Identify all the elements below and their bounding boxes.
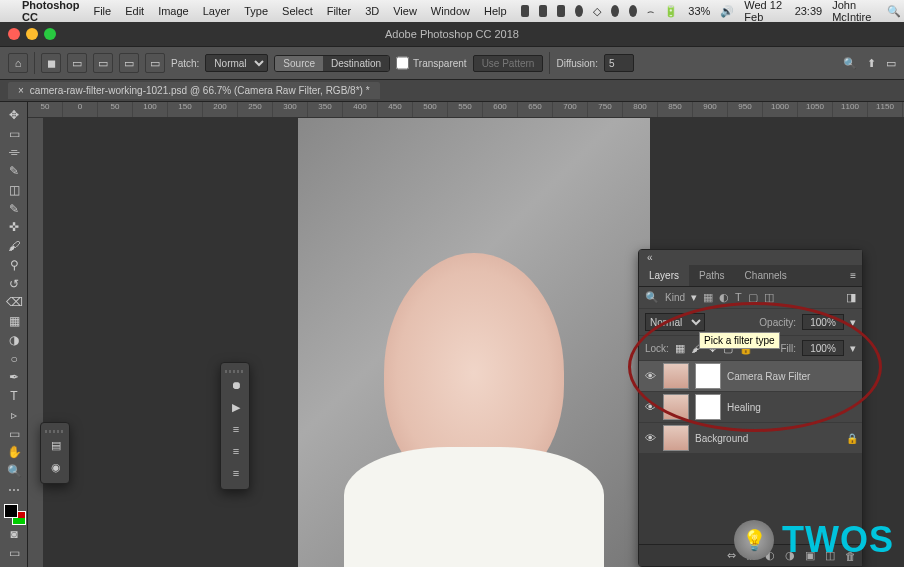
menu-layer[interactable]: Layer [203,5,231,17]
foreground-color-swatch[interactable] [4,504,18,518]
share-icon[interactable]: ⬆ [867,57,876,70]
visibility-icon[interactable]: 👁 [643,432,657,444]
path-select-tool[interactable]: ▹ [2,406,26,424]
selection-add-icon[interactable]: ▭ [93,53,113,73]
layer-name[interactable]: Background [695,433,840,444]
pen-tool[interactable]: ✒ [2,369,26,387]
fill-input[interactable] [802,340,844,356]
use-pattern-button[interactable]: Use Pattern [473,55,544,72]
type-tool[interactable]: T [2,387,26,405]
menubar-icon[interactable] [539,5,547,17]
dodge-tool[interactable]: ○ [2,350,26,368]
marquee-tool[interactable]: ▭ [2,125,26,143]
cc-icon[interactable] [611,5,619,17]
panel-menu-icon[interactable]: ≡ [844,265,862,286]
record-icon[interactable]: ⏺ [225,375,247,395]
wifi-icon[interactable]: ⌢ [647,5,654,18]
menu-file[interactable]: File [93,5,111,17]
collapsed-panel-group[interactable]: ▤ ◉ [40,422,70,484]
menu-type[interactable]: Type [244,5,268,17]
menubar-user[interactable]: John McIntire [832,0,877,23]
blend-mode-select[interactable]: Normal [645,313,705,331]
paths-tab[interactable]: Paths [689,265,735,286]
maximize-window-button[interactable] [44,28,56,40]
layer-thumbnail[interactable] [663,394,689,420]
filter-adjustment-icon[interactable]: ◐ [719,291,729,304]
stamp-tool[interactable]: ⚲ [2,256,26,274]
gradient-tool[interactable]: ▦ [2,312,26,330]
panel-icon[interactable]: ≡ [225,419,247,439]
filter-kind-icon[interactable]: 🔍 [645,291,659,304]
tool-preset-icon[interactable]: ◼ [41,53,61,73]
menubar-date[interactable]: Wed 12 Feb [744,0,784,23]
filter-pixel-icon[interactable]: ▦ [703,291,713,304]
crop-tool[interactable]: ◫ [2,181,26,199]
search-icon[interactable]: 🔍 [887,5,901,18]
menu-window[interactable]: Window [431,5,470,17]
menu-select[interactable]: Select [282,5,313,17]
eraser-tool[interactable]: ⌫ [2,294,26,312]
menu-filter[interactable]: Filter [327,5,351,17]
opacity-input[interactable] [802,314,844,330]
layers-tab[interactable]: Layers [639,265,689,286]
close-tab-icon[interactable]: × [18,85,24,96]
dropdown-icon[interactable]: ▾ [850,316,856,329]
battery-icon[interactable]: 🔋 [664,5,678,18]
menu-view[interactable]: View [393,5,417,17]
cc-icon[interactable] [629,5,637,17]
menubar-icon[interactable] [557,5,565,17]
layer-thumbnail[interactable] [663,363,689,389]
panel-icon[interactable]: ▤ [45,435,67,455]
search-icon[interactable]: 🔍 [843,57,857,70]
layer-name[interactable]: Camera Raw Filter [727,371,858,382]
dropbox-icon[interactable]: ◇ [593,5,601,18]
ruler-vertical[interactable] [28,118,44,567]
visibility-icon[interactable]: 👁 [643,370,657,382]
selection-subtract-icon[interactable]: ▭ [119,53,139,73]
brush-tool[interactable]: 🖌 [2,237,26,255]
speaker-icon[interactable]: 🔊 [720,5,734,18]
layer-thumbnail[interactable] [663,425,689,451]
shape-tool[interactable]: ▭ [2,425,26,443]
filter-smart-icon[interactable]: ◫ [764,291,774,304]
close-panel-icon[interactable]: « [643,252,657,263]
diffusion-input[interactable] [604,54,634,72]
layer-name[interactable]: Healing [727,402,858,413]
close-window-button[interactable] [8,28,20,40]
patch-source-button[interactable]: Source [275,56,323,71]
eyedropper-tool[interactable]: ✎ [2,200,26,218]
move-tool[interactable]: ✥ [2,106,26,124]
ruler-horizontal[interactable]: 5005010015020025030035040045050055060065… [28,102,904,118]
screen-mode-tool[interactable]: ▭ [2,544,26,562]
edit-toolbar[interactable]: ⋯ [2,481,26,499]
transparent-checkbox[interactable] [396,54,409,72]
menubar-icon[interactable] [575,5,583,17]
panel-drag-handle[interactable] [225,367,245,375]
blur-tool[interactable]: ◑ [2,331,26,349]
layer-row[interactable]: 👁 Healing [639,392,862,423]
patch-destination-button[interactable]: Destination [323,56,389,71]
quick-mask-tool[interactable]: ◙ [2,525,26,543]
zoom-tool[interactable]: 🔍 [2,462,26,480]
quick-select-tool[interactable]: ✎ [2,162,26,180]
menu-image[interactable]: Image [158,5,189,17]
color-swatches[interactable] [4,504,26,526]
menu-edit[interactable]: Edit [125,5,144,17]
selection-new-icon[interactable]: ▭ [67,53,87,73]
lock-transparent-icon[interactable]: ▦ [675,342,685,355]
layer-row[interactable]: 👁 Camera Raw Filter [639,361,862,392]
dropdown-icon[interactable]: ▾ [850,342,856,355]
panel-drag-handle[interactable] [45,427,65,435]
menubar-icon[interactable] [521,5,529,17]
dropdown-icon[interactable]: ▾ [691,291,697,304]
menu-3d[interactable]: 3D [365,5,379,17]
menu-help[interactable]: Help [484,5,507,17]
document-tab[interactable]: × camera-raw-filter-working-1021.psd @ 6… [8,82,380,99]
menubar-time[interactable]: 23:39 [795,5,823,17]
channels-tab[interactable]: Channels [735,265,797,286]
filter-shape-icon[interactable]: ▢ [748,291,758,304]
visibility-icon[interactable]: 👁 [643,401,657,413]
filter-type-icon[interactable]: T [735,291,742,304]
layer-mask-thumbnail[interactable] [695,394,721,420]
app-menu[interactable]: Photoshop CC [22,0,79,23]
